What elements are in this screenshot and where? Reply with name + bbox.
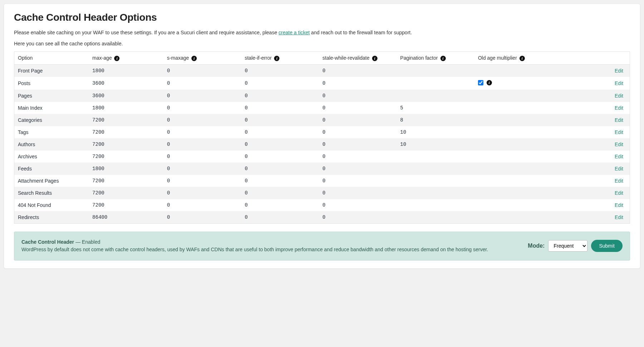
submit-button[interactable]: Submit — [591, 240, 623, 252]
edit-link[interactable]: Edit — [615, 117, 623, 123]
edit-link[interactable]: Edit — [615, 142, 623, 147]
cell-max-age: 1800 — [89, 64, 164, 77]
cell-s-maxage: 0 — [164, 114, 241, 126]
cell-edit: Edit — [549, 150, 630, 163]
cell-edit: Edit — [549, 199, 630, 211]
cell-old-age: i — [474, 77, 549, 90]
cell-pagination — [397, 77, 474, 90]
col-stale-while-revalidate: stale-while-revalidate i — [319, 52, 396, 65]
cell-option: Tags — [14, 126, 89, 138]
cell-stale-while-revalidate: 0 — [319, 77, 396, 90]
cell-stale-while-revalidate: 0 — [319, 64, 396, 77]
cell-s-maxage: 0 — [164, 175, 241, 187]
cell-option: Archives — [14, 150, 89, 163]
table-row: 404 Not Found7200000Edit — [14, 199, 630, 211]
cell-old-age — [474, 211, 549, 224]
cell-stale-while-revalidate: 0 — [319, 126, 396, 138]
page-title: Cache Control Header Options — [14, 12, 630, 23]
cell-max-age: 86400 — [89, 211, 164, 224]
info-icon[interactable]: i — [274, 56, 279, 61]
cell-stale-while-revalidate: 0 — [319, 211, 396, 224]
info-icon[interactable]: i — [519, 56, 525, 61]
cell-max-age: 7200 — [89, 114, 164, 126]
cell-pagination — [397, 90, 474, 102]
status-label: Cache Control Header — [21, 239, 74, 245]
info-icon[interactable]: i — [372, 56, 377, 61]
cell-s-maxage: 0 — [164, 187, 241, 199]
cell-pagination — [397, 163, 474, 175]
table-row: Tags720000010Edit — [14, 126, 630, 138]
edit-link[interactable]: Edit — [615, 202, 623, 208]
cell-old-age — [474, 102, 549, 114]
cell-pagination — [397, 150, 474, 163]
intro-text: Please enable site caching on your WAF t… — [14, 29, 630, 36]
cell-stale-if-error: 0 — [241, 64, 319, 77]
info-icon[interactable]: i — [191, 56, 197, 61]
cell-option: Authors — [14, 138, 89, 150]
cell-s-maxage: 0 — [164, 64, 241, 77]
cache-options-table: Option max-age i s-maxage i stale-if-err… — [14, 51, 630, 224]
cell-old-age — [474, 150, 549, 163]
cell-option: 404 Not Found — [14, 199, 89, 211]
cell-s-maxage: 0 — [164, 102, 241, 114]
intro-pre: Please enable site caching on your WAF t… — [14, 30, 279, 35]
cell-max-age: 3600 — [89, 90, 164, 102]
cell-stale-while-revalidate: 0 — [319, 175, 396, 187]
cell-stale-if-error: 0 — [241, 163, 319, 175]
cell-pagination — [397, 199, 474, 211]
edit-link[interactable]: Edit — [615, 166, 623, 172]
table-row: Authors720000010Edit — [14, 138, 630, 150]
cell-pagination — [397, 211, 474, 224]
edit-link[interactable]: Edit — [615, 105, 623, 111]
edit-link[interactable]: Edit — [615, 214, 623, 220]
cell-option: Feeds — [14, 163, 89, 175]
cell-edit: Edit — [549, 187, 630, 199]
info-icon[interactable]: i — [114, 56, 119, 61]
mode-control: Mode: Frequent Submit — [528, 240, 623, 252]
edit-link[interactable]: Edit — [615, 129, 623, 135]
intro-post: and reach out to the firewall team for s… — [310, 30, 412, 35]
cell-s-maxage: 0 — [164, 90, 241, 102]
cell-stale-while-revalidate: 0 — [319, 90, 396, 102]
info-icon[interactable]: i — [440, 56, 446, 61]
cache-control-panel: Cache Control Header Options Please enab… — [4, 4, 640, 269]
table-row: Feeds1800000Edit — [14, 163, 630, 175]
edit-link[interactable]: Edit — [615, 68, 623, 74]
cell-option: Categories — [14, 114, 89, 126]
col-s-maxage: s-maxage i — [164, 52, 241, 65]
cell-edit: Edit — [549, 102, 630, 114]
table-row: Search Results7200000Edit — [14, 187, 630, 199]
cell-s-maxage: 0 — [164, 163, 241, 175]
create-ticket-link[interactable]: create a ticket — [279, 30, 310, 35]
edit-link[interactable]: Edit — [615, 154, 623, 159]
edit-link[interactable]: Edit — [615, 93, 623, 99]
cell-stale-if-error: 0 — [241, 187, 319, 199]
cell-stale-if-error: 0 — [241, 175, 319, 187]
cell-max-age: 7200 — [89, 175, 164, 187]
table-row: Archives7200000Edit — [14, 150, 630, 163]
edit-link[interactable]: Edit — [615, 178, 623, 184]
status-state: Enabled — [82, 239, 100, 245]
cell-max-age: 7200 — [89, 138, 164, 150]
old-age-checkbox[interactable] — [478, 80, 483, 85]
cell-stale-while-revalidate: 0 — [319, 187, 396, 199]
mode-select[interactable]: Frequent — [548, 240, 587, 252]
edit-link[interactable]: Edit — [615, 80, 623, 86]
cell-stale-if-error: 0 — [241, 90, 319, 102]
table-row: Front Page1800000Edit — [14, 64, 630, 77]
cell-old-age — [474, 175, 549, 187]
cell-stale-if-error: 0 — [241, 126, 319, 138]
table-row: Main Index18000005Edit — [14, 102, 630, 114]
cell-edit: Edit — [549, 163, 630, 175]
cell-stale-while-revalidate: 0 — [319, 114, 396, 126]
cell-edit: Edit — [549, 114, 630, 126]
col-old-age-multiplier: Old age multiplier i — [474, 52, 549, 65]
col-pagination-factor: Pagination factor i — [397, 52, 474, 65]
cell-stale-if-error: 0 — [241, 102, 319, 114]
table-row: Attachment Pages7200000Edit — [14, 175, 630, 187]
cell-stale-while-revalidate: 0 — [319, 150, 396, 163]
info-icon[interactable]: i — [487, 80, 492, 85]
table-row: Redirects86400000Edit — [14, 211, 630, 224]
table-row: Categories72000008Edit — [14, 114, 630, 126]
edit-link[interactable]: Edit — [615, 190, 623, 196]
